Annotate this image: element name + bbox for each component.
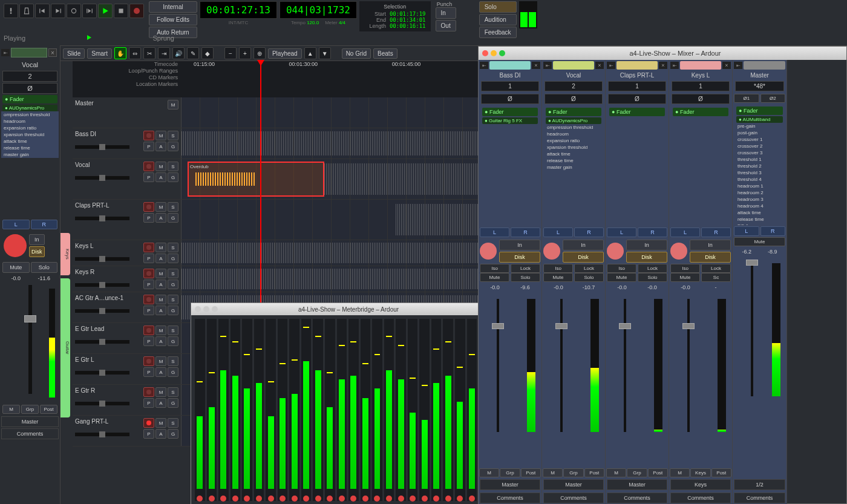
solo-alert-button[interactable]: Solo: [479, 1, 517, 13]
track-rec-button[interactable]: [143, 418, 154, 428]
track-g-button[interactable]: G: [168, 306, 178, 315]
audition-button[interactable]: Audition: [479, 14, 517, 25]
track-p-button[interactable]: P: [143, 213, 154, 223]
sync-button[interactable]: Internal: [149, 1, 197, 13]
track-solo-button[interactable]: S: [168, 243, 178, 252]
strip-width-toggle[interactable]: ⇤: [734, 62, 742, 69]
strip-input[interactable]: 1: [608, 81, 666, 91]
track-height-expand[interactable]: ▲: [304, 47, 316, 59]
strip-name[interactable]: Vocal: [542, 71, 605, 80]
group-btn[interactable]: Grp: [500, 468, 520, 477]
plugin-param[interactable]: headroom 4: [735, 203, 784, 209]
mute-button[interactable]: Mute: [670, 273, 700, 282]
strip-rec-button[interactable]: [543, 243, 560, 260]
plugin-param[interactable]: headroom 3: [735, 196, 784, 203]
edit-mode-select[interactable]: Slide: [63, 48, 85, 59]
meter-point-m[interactable]: M: [2, 405, 20, 414]
strip-input[interactable]: 2: [544, 81, 603, 91]
group-btn[interactable]: Grp: [627, 468, 647, 477]
plugin-param[interactable]: xpansion threshold: [544, 144, 603, 151]
monitor-in[interactable]: In: [626, 240, 667, 250]
group-btn[interactable]: Keys: [690, 468, 710, 477]
strip-label[interactable]: *48*: [735, 81, 784, 91]
bridge-rec-button[interactable]: [396, 494, 406, 503]
track-a-button[interactable]: A: [155, 172, 166, 182]
pan-r[interactable]: R: [574, 227, 604, 237]
playhead-icon[interactable]: [257, 60, 264, 66]
comments-button[interactable]: Comments: [607, 493, 667, 503]
track-a-button[interactable]: A: [155, 398, 166, 408]
plugin-param[interactable]: headroom 1: [735, 183, 784, 189]
iso-button[interactable]: Iso: [607, 264, 636, 273]
plugin-param[interactable]: headroom 2: [735, 189, 784, 196]
play-range-button[interactable]: [82, 4, 97, 18]
solo-button[interactable]: Solo: [638, 273, 667, 282]
gain-display[interactable]: -0.0: [608, 284, 636, 290]
plugin-param[interactable]: master gain: [544, 164, 603, 171]
feedback-button[interactable]: Feedback: [479, 27, 517, 38]
track-g-button[interactable]: G: [168, 336, 178, 346]
track-mute-button[interactable]: M: [155, 162, 166, 171]
goto-end-button[interactable]: [51, 4, 65, 18]
gain-display[interactable]: -0.0: [481, 284, 509, 290]
bridge-rec-button[interactable]: [242, 494, 252, 503]
bridge-rec-button[interactable]: [325, 494, 335, 503]
hide-strip-button[interactable]: ×: [659, 62, 667, 69]
peak-display[interactable]: -8.9: [761, 249, 785, 255]
track-height-shrink[interactable]: ▼: [319, 47, 331, 59]
bridge-rec-button[interactable]: [443, 494, 453, 503]
audition-tool[interactable]: 🔊: [172, 47, 185, 59]
comments-button[interactable]: Comments: [543, 493, 604, 503]
stop-button[interactable]: [114, 4, 128, 18]
strip-fader[interactable]: [28, 285, 32, 394]
track-p-button[interactable]: P: [143, 280, 154, 289]
strip-phase[interactable]: Ø: [481, 94, 539, 104]
record-button[interactable]: [129, 4, 144, 18]
monitor-disk[interactable]: Disk: [626, 252, 667, 263]
lock-button[interactable]: Lock: [511, 264, 540, 273]
minimize-icon[interactable]: [203, 306, 209, 312]
snap-mode-select[interactable]: No Grid: [342, 48, 371, 59]
group-tab-guitar[interactable]: Guitar: [60, 278, 70, 417]
plugin-param[interactable]: attack time: [1, 138, 59, 145]
strip-mute-button[interactable]: Mute: [2, 262, 30, 273]
strip-input[interactable]: 1: [481, 81, 539, 91]
track-p-button[interactable]: P: [143, 172, 154, 182]
pan-l[interactable]: L: [670, 227, 700, 237]
output-button[interactable]: 1/2: [734, 479, 785, 490]
iso-button[interactable]: Iso: [480, 264, 509, 273]
output-button[interactable]: Master: [480, 479, 540, 490]
fader-processor[interactable]: ● Fader: [2, 95, 57, 103]
follow-edits-button[interactable]: Follow Edits: [149, 14, 197, 25]
strip-color[interactable]: [11, 48, 47, 57]
track-solo-button[interactable]: S: [168, 202, 178, 212]
track-a-button[interactable]: A: [155, 142, 166, 151]
track-a-button[interactable]: A: [155, 336, 166, 346]
meter-post[interactable]: Post: [648, 468, 668, 477]
bridge-rec-button[interactable]: [337, 494, 347, 503]
track-name[interactable]: AC Gtr A…unce-1: [75, 295, 123, 302]
track-mute-button[interactable]: M: [168, 100, 178, 110]
strip-phase[interactable]: Ø: [544, 94, 603, 104]
output-button[interactable]: Master: [1, 416, 59, 427]
bridge-rec-button[interactable]: [313, 494, 323, 503]
stretch-tool[interactable]: ⇥: [158, 47, 170, 59]
comments-button[interactable]: Comments: [1, 428, 59, 439]
monitor-disk[interactable]: Disk: [690, 252, 731, 263]
draw-tool[interactable]: ✎: [187, 47, 199, 59]
mute-button[interactable]: Mute: [734, 237, 785, 246]
track-solo-button[interactable]: S: [168, 418, 178, 428]
ruler-area[interactable]: Timecode Loop/Punch Ranges CD Markers Lo…: [73, 61, 538, 97]
strip-input[interactable]: 1: [672, 81, 730, 91]
pan-r[interactable]: R: [760, 226, 786, 236]
bridge-rec-button[interactable]: [431, 494, 442, 503]
track-g-button[interactable]: G: [168, 254, 178, 263]
track-fader[interactable]: [75, 433, 129, 436]
group-tab-keys[interactable]: Keys: [60, 233, 70, 275]
pan-l[interactable]: L: [480, 227, 509, 237]
monitor-in[interactable]: In: [690, 240, 731, 250]
track-solo-button[interactable]: S: [168, 131, 178, 140]
strip-width-toggle[interactable]: ⇤: [607, 62, 615, 69]
plugin-param[interactable]: attack time: [544, 151, 603, 157]
strip-phase[interactable]: Ø: [608, 94, 666, 104]
